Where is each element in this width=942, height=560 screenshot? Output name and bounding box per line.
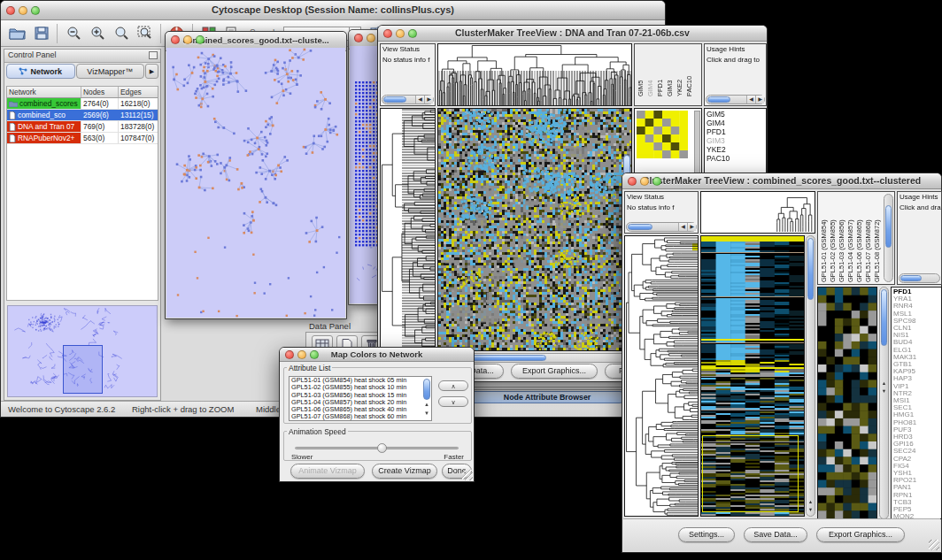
gene-label[interactable]: PAN1 bbox=[893, 484, 941, 491]
minimize-icon[interactable] bbox=[396, 29, 405, 38]
gene-label[interactable]: MSL1 bbox=[893, 311, 941, 318]
column-dendrogram[interactable] bbox=[437, 43, 632, 106]
attribute-list-item[interactable]: GPL51-06 (GSM865) heat shock 40 min bbox=[290, 406, 431, 413]
maximize-icon[interactable] bbox=[310, 350, 319, 359]
gene-label[interactable]: HMG1 bbox=[893, 411, 941, 418]
minimize-icon[interactable] bbox=[19, 6, 27, 15]
tv2-titlebar[interactable]: ClusterMaker TreeView : combined_scores_… bbox=[622, 173, 941, 189]
scroll-right-icon[interactable]: ▶ bbox=[755, 96, 764, 104]
maximize-icon[interactable] bbox=[408, 29, 417, 38]
resize-grip[interactable] bbox=[462, 470, 473, 480]
attribute-list[interactable]: GPL51-01 (GSM854) heat shock 05 minGPL51… bbox=[289, 376, 432, 421]
zoom-fit-icon[interactable] bbox=[133, 22, 157, 44]
scroll-right-icon[interactable]: ▶ bbox=[424, 96, 433, 104]
table-row-selected[interactable]: combined_sco 2569(6) 13112(15) bbox=[7, 110, 158, 121]
gene-label[interactable]: MAK31 bbox=[893, 354, 941, 361]
scroll-left-icon[interactable]: ◀ bbox=[678, 223, 687, 231]
minimize-icon[interactable] bbox=[297, 350, 306, 359]
gene-label-list[interactable]: PFD1YRA1RNR4MSL1SPC98CLN1NIS1BUD4ELG1MAK… bbox=[891, 287, 942, 519]
gene-label[interactable]: YSH1 bbox=[893, 470, 941, 477]
gene-label[interactable]: PFD1 bbox=[893, 288, 941, 295]
gene-label[interactable]: ELG1 bbox=[893, 347, 941, 354]
gene-label[interactable]: RNR4 bbox=[893, 303, 941, 310]
scroll-up-icon[interactable]: ▲ bbox=[807, 498, 815, 505]
attribute-list-item[interactable]: GPL51-02 (GSM855) heat shock 10 min bbox=[290, 384, 431, 391]
zoom-out-icon[interactable] bbox=[61, 22, 85, 44]
attribute-list-item[interactable]: GPL51-03 (GSM856) heat shock 15 min bbox=[290, 392, 431, 399]
vertical-scrollbar[interactable] bbox=[884, 194, 893, 282]
network-table-header[interactable]: NetworkNodesEdges bbox=[7, 87, 158, 98]
gene-label[interactable]: FIG4 bbox=[893, 463, 941, 470]
gene-label[interactable]: CPA2 bbox=[893, 456, 941, 463]
horizontal-scrollbar[interactable] bbox=[899, 273, 940, 283]
open-folder-icon[interactable] bbox=[5, 22, 29, 44]
gene-label[interactable]: TCB3 bbox=[893, 499, 941, 506]
zoom-selected-icon[interactable] bbox=[109, 22, 133, 44]
column-header[interactable]: Edges bbox=[119, 87, 158, 97]
gene-label[interactable]: RPN1 bbox=[893, 492, 941, 499]
slider-thumb[interactable] bbox=[377, 443, 387, 453]
animate-vizmap-button[interactable]: Animate Vizmap bbox=[290, 464, 365, 479]
gene-label[interactable]: RPO21 bbox=[893, 477, 941, 484]
tab-overflow-button[interactable]: ▶ bbox=[145, 64, 158, 79]
scroll-down-icon[interactable]: ▼ bbox=[422, 410, 431, 417]
gene-label[interactable]: SEC24 bbox=[893, 448, 941, 455]
network-overview-thumbnail[interactable] bbox=[7, 305, 158, 397]
horizontal-scrollbar[interactable]: ◀ ▶ bbox=[382, 95, 434, 104]
close-icon[interactable] bbox=[383, 29, 392, 38]
gene-label[interactable]: NIS1 bbox=[893, 332, 941, 339]
tab-network[interactable]: Network bbox=[6, 64, 75, 79]
gene-label[interactable]: BUD4 bbox=[893, 339, 941, 346]
heatmap-main[interactable] bbox=[700, 235, 805, 517]
maximize-icon[interactable] bbox=[196, 35, 205, 44]
export-graphics-button[interactable]: Export Graphics... bbox=[511, 364, 598, 379]
minimize-icon[interactable] bbox=[640, 177, 649, 186]
save-icon[interactable] bbox=[29, 22, 53, 44]
gene-label[interactable]: PFD1 bbox=[706, 127, 766, 136]
attribute-list-item[interactable]: GPL51-04 (GSM857) heat shock 20 min bbox=[290, 399, 431, 406]
horizontal-scrollbar[interactable]: ◀ ▶ bbox=[626, 222, 697, 232]
gene-label[interactable]: GTB1 bbox=[893, 361, 941, 368]
close-icon[interactable] bbox=[628, 177, 637, 186]
gene-label[interactable]: CLN1 bbox=[893, 325, 941, 332]
close-icon[interactable] bbox=[285, 350, 294, 359]
gene-label[interactable]: GIM3 bbox=[706, 136, 766, 145]
scroll-up-icon[interactable]: ▲ bbox=[880, 380, 888, 387]
export-graphics-button[interactable]: Export Graphics... bbox=[816, 527, 905, 542]
vertical-scrollbar[interactable] bbox=[423, 379, 430, 400]
dialog-titlebar[interactable]: Map Colors to Network bbox=[280, 348, 474, 362]
column-dendrogram-area[interactable] bbox=[700, 191, 815, 234]
settings-button[interactable]: Settings... bbox=[678, 527, 735, 542]
gene-label[interactable]: YKE2 bbox=[706, 145, 766, 154]
row-dendrogram[interactable] bbox=[380, 108, 436, 351]
table-row[interactable]: RNAPuberNov2+ 563(0) 107847(0) bbox=[7, 133, 158, 144]
tv1-titlebar[interactable]: ClusterMaker TreeView : DNA and Tran 07-… bbox=[378, 26, 767, 42]
attribute-list-item[interactable]: GPL51-07 (GSM868) heat shock 60 min bbox=[290, 413, 431, 420]
scroll-left-icon[interactable]: ◀ bbox=[746, 96, 755, 104]
gene-label[interactable]: VIP1 bbox=[893, 383, 941, 390]
gene-label[interactable]: KAP95 bbox=[893, 368, 941, 375]
gene-label[interactable]: HRD3 bbox=[893, 433, 941, 441]
vertical-scrollbar[interactable]: ▲ ▼ bbox=[879, 287, 889, 519]
gene-label[interactable]: PAC10 bbox=[706, 154, 766, 163]
gene-label[interactable]: PEP5 bbox=[893, 506, 941, 513]
scroll-up-icon[interactable]: ▲ bbox=[422, 402, 431, 408]
horizontal-scrollbar[interactable]: ◀ ▶ bbox=[706, 95, 765, 104]
node-attribute-browser-tab[interactable]: Node Attribute Browser bbox=[468, 391, 626, 403]
gene-label[interactable]: HAP3 bbox=[893, 375, 941, 382]
gene-label[interactable]: NTR2 bbox=[893, 390, 941, 397]
minimize-icon[interactable] bbox=[183, 35, 192, 44]
heatmap-zoom-detail[interactable] bbox=[817, 287, 877, 519]
column-header[interactable]: Nodes bbox=[81, 87, 119, 97]
resize-grip[interactable] bbox=[929, 540, 939, 550]
column-header[interactable]: Network bbox=[7, 87, 81, 97]
heatmap-main[interactable] bbox=[437, 108, 632, 351]
gene-label[interactable]: GIM5 bbox=[706, 110, 766, 119]
gene-label[interactable]: GPI16 bbox=[893, 441, 941, 448]
maximize-icon[interactable] bbox=[31, 6, 40, 15]
row-dendrogram[interactable] bbox=[624, 235, 699, 517]
maximize-icon[interactable] bbox=[652, 177, 661, 186]
table-row[interactable]: DNA and Tran 07 769(0) 183728(0) bbox=[7, 121, 158, 133]
close-icon[interactable] bbox=[354, 34, 363, 42]
close-icon[interactable] bbox=[6, 6, 15, 15]
